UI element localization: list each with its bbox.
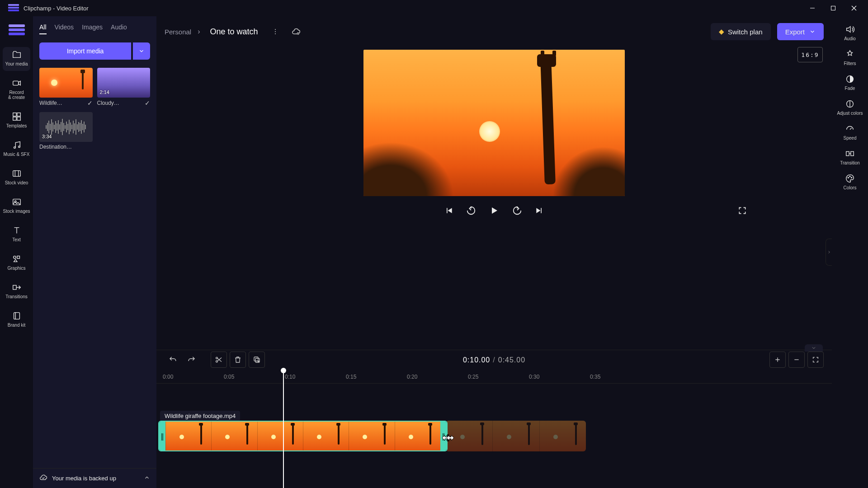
- media-thumbnail: 3:34: [39, 112, 93, 142]
- clip-frames: [165, 422, 440, 450]
- templates-icon: [12, 112, 22, 122]
- more-options-button[interactable]: [268, 24, 283, 39]
- right-item-label: Adjust colors: [837, 111, 863, 116]
- filters-icon: [845, 49, 855, 59]
- sidebar-label: Transitions: [5, 294, 28, 299]
- media-item-cloudy[interactable]: 2:14 Cloudy… ✓: [97, 68, 151, 107]
- sidebar-label: Brand kit: [8, 323, 25, 328]
- right-item-filters[interactable]: Filters: [844, 49, 856, 66]
- sidebar-label: Text: [12, 237, 20, 242]
- svg-rect-6: [17, 113, 20, 116]
- tab-images[interactable]: Images: [82, 23, 103, 34]
- diamond-icon: ◆: [719, 28, 724, 36]
- zoom-out-button[interactable]: [788, 352, 805, 368]
- collapse-right-panel-button[interactable]: [826, 239, 832, 266]
- right-item-label: Colors: [844, 185, 857, 190]
- svg-rect-5: [13, 113, 16, 116]
- svg-point-38: [851, 177, 852, 178]
- fullscreen-button[interactable]: [738, 206, 747, 217]
- svg-rect-8: [17, 117, 20, 120]
- maximize-button[interactable]: [823, 0, 844, 16]
- playhead[interactable]: [283, 369, 284, 488]
- right-item-fade[interactable]: Fade: [845, 74, 855, 91]
- svg-rect-11: [13, 171, 20, 177]
- sidebar-label: Music & SFX: [4, 152, 30, 157]
- switch-plan-button[interactable]: ◆ Switch plan: [711, 23, 771, 40]
- sidebar-item-templates[interactable]: Templates: [0, 109, 33, 133]
- import-media-button[interactable]: Import media: [39, 42, 131, 60]
- text-icon: [12, 225, 22, 235]
- right-item-speed[interactable]: Speed: [844, 124, 857, 141]
- film-icon: [12, 169, 22, 178]
- video-preview[interactable]: [363, 50, 625, 196]
- right-item-transition[interactable]: Transition: [840, 149, 860, 165]
- forward-button[interactable]: [512, 206, 522, 217]
- adjust-icon: [845, 99, 855, 109]
- breadcrumb-root[interactable]: Personal: [165, 28, 191, 36]
- sidebar-item-brand-kit[interactable]: Brand kit: [0, 308, 33, 332]
- clipchamp-logo-icon: [9, 24, 25, 37]
- aspect-ratio-button[interactable]: 16:9: [797, 47, 823, 62]
- sidebar-item-stock-images[interactable]: Stock images: [0, 194, 33, 218]
- left-sidebar: Your media Record & create Templates Mus…: [0, 16, 33, 488]
- speed-icon: [845, 124, 855, 134]
- transition-icon: [12, 282, 22, 292]
- media-item-wildlife[interactable]: Wildlife… ✓: [39, 68, 93, 107]
- cloud-sync-icon: [292, 27, 301, 36]
- chevron-up-icon[interactable]: [144, 474, 150, 483]
- undo-button[interactable]: [165, 352, 181, 368]
- cloud-sync-button[interactable]: [289, 24, 303, 39]
- sidebar-item-your-media[interactable]: Your media: [3, 47, 30, 71]
- close-button[interactable]: [844, 0, 864, 16]
- zoom-in-button[interactable]: [769, 352, 786, 368]
- sidebar-label: Stock images: [3, 209, 30, 214]
- right-item-colors[interactable]: Colors: [844, 174, 857, 190]
- sidebar-label: Stock video: [5, 180, 28, 185]
- project-name-input[interactable]: One to watch: [207, 25, 262, 38]
- right-item-label: Speed: [844, 136, 857, 141]
- clip-trim-handle-left[interactable]: ‖: [159, 422, 165, 450]
- redo-button[interactable]: [184, 352, 200, 368]
- right-item-audio[interactable]: Audio: [844, 24, 856, 41]
- media-tabs: All Videos Images Audio: [33, 16, 156, 38]
- sidebar-item-music-sfx[interactable]: Music & SFX: [0, 137, 33, 161]
- minimize-button[interactable]: [802, 0, 823, 16]
- sidebar-item-record-create[interactable]: Record & create: [0, 75, 33, 104]
- sidebar-item-transitions[interactable]: Transitions: [0, 280, 33, 304]
- zoom-fit-button[interactable]: [807, 352, 824, 368]
- import-media-dropdown[interactable]: [133, 42, 150, 60]
- play-button[interactable]: [489, 205, 500, 218]
- svg-rect-7: [13, 117, 16, 120]
- tab-videos[interactable]: Videos: [55, 23, 74, 34]
- waveform-icon: [46, 118, 86, 136]
- delete-button[interactable]: [230, 352, 246, 368]
- media-item-destination[interactable]: 3:34 Destination…: [39, 112, 93, 150]
- split-button[interactable]: [211, 352, 227, 368]
- right-item-label: Transition: [840, 160, 860, 165]
- skip-start-button[interactable]: [444, 206, 453, 217]
- rewind-button[interactable]: [466, 206, 476, 217]
- skip-end-button[interactable]: [535, 206, 544, 217]
- sidebar-label: Record & create: [8, 90, 25, 100]
- export-button[interactable]: Export: [777, 23, 824, 40]
- clip-trim-handle-right[interactable]: ‖: [440, 422, 447, 450]
- export-label: Export: [785, 28, 805, 36]
- sidebar-item-text[interactable]: Text: [0, 223, 33, 247]
- check-icon: ✓: [145, 99, 150, 107]
- sidebar-item-stock-video[interactable]: Stock video: [0, 166, 33, 190]
- sidebar-item-graphics[interactable]: Graphics: [0, 251, 33, 275]
- tab-all[interactable]: All: [39, 23, 47, 34]
- clip-ghost-extension: [446, 421, 586, 451]
- media-duration: 2:14: [100, 89, 109, 95]
- tab-audio[interactable]: Audio: [111, 23, 127, 34]
- timeline-clip[interactable]: ‖ ‖: [158, 421, 448, 451]
- duplicate-button[interactable]: [249, 352, 265, 368]
- brandkit-icon: [12, 311, 22, 321]
- ruler-tick: 0:15: [346, 374, 356, 380]
- timeline-ruler[interactable]: 0:00 0:05 0:10 0:15 0:20 0:25 0:30 0:35: [156, 369, 832, 384]
- timeline-tracks[interactable]: Wildlife giraffe footage.mp4 ‖: [156, 384, 832, 488]
- svg-rect-18: [13, 285, 16, 289]
- total-time: 0:45.00: [498, 356, 525, 364]
- backup-status-bar[interactable]: Your media is backed up: [33, 468, 156, 488]
- right-item-adjust-colors[interactable]: Adjust colors: [837, 99, 863, 116]
